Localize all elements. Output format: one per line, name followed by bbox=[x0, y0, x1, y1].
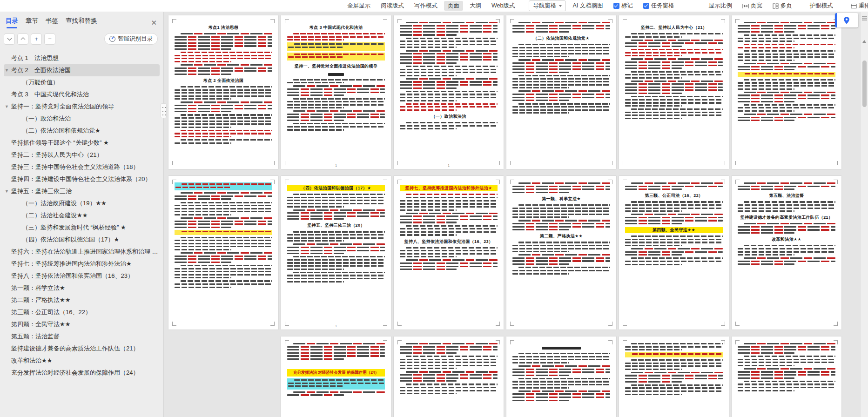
vertical-scrollbar[interactable] bbox=[860, 12, 868, 417]
toc-item[interactable]: 考点 1 法治思想 bbox=[4, 52, 160, 64]
view-tab-写作模式[interactable]: 写作模式 bbox=[410, 1, 441, 11]
toc-item[interactable]: 第四颗：全民守法★★ bbox=[4, 318, 160, 330]
text-line bbox=[400, 250, 498, 251]
toc-item[interactable]: 坚持八：坚持依法治国和依宪治国（16、23） bbox=[4, 270, 160, 282]
page-thumbnail[interactable]: 考点1 法治思想考点 2 全面依法治国 bbox=[168, 15, 278, 169]
toc-item[interactable]: 坚持六：坚持在法治轨道上推进国家治理体系和治理 … bbox=[4, 246, 160, 258]
toc-item[interactable]: 坚持四：坚持建设中国特色社会主义法治体系（20） bbox=[4, 173, 160, 185]
toc-item[interactable]: 坚持三：坚持中国特色社会主义法治道路（18） bbox=[4, 161, 160, 173]
toc-item[interactable]: 充分发挥法治对经济社会发展的保障作用（24） bbox=[4, 367, 160, 379]
scrollbar-options-icon[interactable] bbox=[862, 16, 867, 20]
page-thumbnail[interactable] bbox=[732, 15, 841, 169]
ai-mindmap-button[interactable]: AI 文档脑图 bbox=[569, 1, 606, 11]
page-thumbnail[interactable]: 第三颗、公正司法（16、22）第四颗、全民守法★★ bbox=[619, 176, 729, 330]
expand-arrow-icon[interactable]: ▼ bbox=[5, 101, 9, 113]
view-tab-Web版式[interactable]: Web版式 bbox=[488, 1, 518, 11]
toc-item[interactable]: 第三颗：公正司法（16、22） bbox=[4, 306, 160, 318]
text-line bbox=[287, 259, 385, 261]
zoom-ratio-button[interactable]: 显示比例 bbox=[705, 1, 736, 11]
toc-item[interactable]: 坚持建设德才兼备的高素质法治工作队伍（21） bbox=[4, 343, 160, 355]
sidebar-tab-书签[interactable]: 书签 bbox=[46, 17, 58, 28]
scrollbar-thumb[interactable] bbox=[862, 61, 867, 107]
smart-recognize-toc-button[interactable]: 智能识别目录 bbox=[104, 33, 158, 45]
simulated-paragraph bbox=[625, 81, 723, 94]
sidebar-tab-章节[interactable]: 章节 bbox=[26, 17, 38, 28]
toc-item[interactable]: 第五颗：法治监督 bbox=[4, 330, 160, 343]
markup-checkbox[interactable]: 标记 bbox=[610, 1, 637, 11]
toc-item[interactable]: ▼坚持一：坚持党对全面依法治国的领导 bbox=[4, 101, 160, 113]
text-line bbox=[631, 33, 723, 34]
page-thumbnail[interactable] bbox=[168, 176, 278, 330]
toc-item[interactable]: （四）依法治国和以德治国（17）★ bbox=[4, 234, 160, 246]
toc-item[interactable]: 考点 3 中国式现代化和法治 bbox=[4, 88, 160, 101]
view-tab-大纲[interactable]: 大纲 bbox=[466, 1, 485, 11]
close-pane-icon[interactable]: ✕ bbox=[149, 18, 159, 27]
toc-item[interactable]: 坚持七：坚持统筹推进国内法治和涉外法治★ bbox=[4, 258, 160, 270]
text-line bbox=[632, 353, 722, 355]
view-tab-页面[interactable]: 页面 bbox=[444, 1, 463, 11]
toc-item[interactable]: ▼考点 2 全面依法治国 bbox=[4, 64, 160, 76]
toc-item-label: 坚持七：坚持统筹推进国内法治和涉外法治★ bbox=[11, 260, 132, 267]
page-thumbnail[interactable]: 坚持二、坚持以人民为中心（21） bbox=[619, 15, 729, 169]
page-thumbnail[interactable] bbox=[732, 336, 841, 417]
page-thumbnail[interactable]: （二）依法治国和依规治党★ bbox=[506, 15, 616, 169]
toc-item[interactable]: （一）政治和法治 bbox=[4, 113, 160, 125]
toc-item[interactable]: 坚持二：坚持以人民为中心（21） bbox=[4, 149, 160, 161]
text-line bbox=[175, 271, 272, 272]
simulated-paragraph bbox=[400, 343, 498, 354]
sidebar-tab-查找和替换[interactable]: 查找和替换 bbox=[66, 17, 97, 28]
view-tab-阅读版式[interactable]: 阅读版式 bbox=[377, 1, 408, 11]
page-thumbnail[interactable] bbox=[394, 336, 504, 417]
text-line bbox=[744, 223, 835, 224]
page-thumbnail[interactable] bbox=[619, 336, 729, 417]
text-line bbox=[294, 379, 384, 381]
sidebar-tab-目录[interactable]: 目录 bbox=[6, 17, 18, 28]
page-thumbnail[interactable]: （四）依法治国和以德治国（17）★坚持五、坚持三依三治（20）1 bbox=[281, 176, 391, 330]
location-pin-button[interactable] bbox=[835, 13, 858, 27]
page-thumbnail[interactable]: 第一颗、科学立法★第二颗、严格执法★★ bbox=[506, 176, 616, 330]
toc-item[interactable]: 改革和法治★★ bbox=[4, 355, 160, 367]
simulated-paragraph bbox=[287, 53, 385, 61]
page-width-button[interactable]: 页宽 bbox=[739, 1, 766, 11]
eye-care-button[interactable]: 护眼模式 bbox=[806, 1, 837, 11]
toc-item[interactable]: （二）法治社会建设★★ bbox=[4, 209, 160, 222]
text-line bbox=[175, 142, 231, 144]
toc-item[interactable]: ▼坚持五：坚持三依三治 bbox=[4, 185, 160, 197]
toc-item[interactable]: 第一颗：科学立法★ bbox=[4, 282, 160, 294]
text-line bbox=[512, 106, 610, 108]
collapse-all-button[interactable] bbox=[4, 34, 15, 45]
toc-item[interactable]: 第二颗：严格执法★★ bbox=[4, 294, 160, 306]
expand-all-button[interactable] bbox=[17, 34, 28, 45]
text-line bbox=[625, 114, 723, 116]
text-line bbox=[175, 48, 231, 50]
text-line bbox=[175, 55, 272, 56]
scroll-up-arrow-icon[interactable] bbox=[862, 40, 866, 43]
taskpane-checkbox[interactable]: 任务窗格 bbox=[639, 1, 678, 11]
zoom-in-toc-button[interactable]: + bbox=[31, 34, 42, 45]
simulated-paragraph bbox=[625, 108, 723, 119]
text-line bbox=[744, 104, 835, 106]
expand-arrow-icon[interactable]: ▼ bbox=[5, 64, 9, 76]
text-line bbox=[400, 374, 498, 376]
toc-item[interactable]: （一）法治政府建设（19）★★ bbox=[4, 197, 160, 209]
page-thumbnail[interactable]: 坚持七、坚持统筹推进国内法治和涉外法治★坚持八、坚持依法治国和依宪治国（16、2… bbox=[394, 176, 504, 330]
pane-resize-grip[interactable] bbox=[161, 103, 167, 118]
page-thumbnail[interactable]: 充分发挥法治 对经济社会发展 的保障作用（24） bbox=[281, 336, 391, 417]
toc-item[interactable]: （万能价值） bbox=[4, 76, 160, 88]
rearrange-windows-button[interactable]: 重排窗口 bbox=[847, 1, 868, 11]
page-thumbnail[interactable]: 考点 3 中国式现代化和法治坚持一、坚持党对全面推进依法治国的领导1 bbox=[281, 15, 391, 169]
page-thumbnail[interactable]: （一）政治和法治1 bbox=[394, 15, 504, 169]
page-thumbnail[interactable] bbox=[506, 336, 616, 417]
toc-item[interactable]: （三）坚持和发展新时代 “枫桥经验” ★ bbox=[4, 222, 160, 234]
toc-item[interactable]: （二）依法治国和依规治党★ bbox=[4, 125, 160, 137]
multi-page-button[interactable]: 多页 bbox=[769, 1, 796, 11]
toc-item[interactable]: 坚持抓住领导干部这个 “关键少数” ★ bbox=[4, 137, 160, 149]
text-line bbox=[625, 375, 723, 376]
expand-arrow-icon[interactable]: ▼ bbox=[5, 185, 9, 197]
zoom-out-toc-button[interactable]: − bbox=[44, 34, 55, 45]
text-line bbox=[518, 103, 610, 104]
document-area[interactable]: 考点1 法治思想考点 2 全面依法治国考点 3 中国式现代化和法治坚持一、坚持党… bbox=[164, 12, 860, 417]
page-thumbnail[interactable]: 第五颗、法治监督坚持建设德才兼备的高素质法治工作队伍（21）改革和法治★★ bbox=[732, 176, 841, 330]
view-tab-全屏显示[interactable]: 全屏显示 bbox=[343, 1, 374, 11]
nav-pane-button[interactable]: 导航窗格 bbox=[529, 0, 566, 11]
